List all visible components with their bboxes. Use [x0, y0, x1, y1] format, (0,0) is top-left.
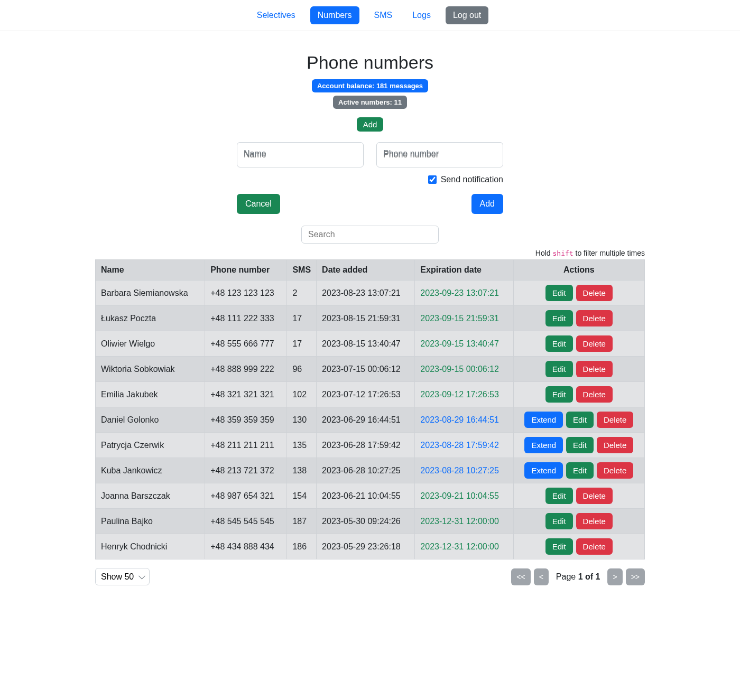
cell-actions: EditDelete: [513, 509, 644, 534]
extend-button[interactable]: Extend: [524, 437, 563, 453]
cell-name: Paulina Bajko: [96, 509, 205, 534]
col-phone[interactable]: Phone number: [205, 260, 287, 281]
main-content: Phone numbers Account balance: 181 messa…: [85, 31, 655, 601]
nav-sms[interactable]: SMS: [369, 6, 398, 24]
col-name[interactable]: Name: [96, 260, 205, 281]
table-body: Barbara Siemianowska+48 123 123 12322023…: [96, 281, 645, 559]
cell-date-added: 2023-05-29 23:26:18: [317, 534, 415, 559]
filter-hint: Hold shift to filter multiple times: [95, 249, 645, 257]
pager-value: 1 of 1: [578, 572, 600, 581]
cell-sms: 138: [287, 458, 317, 483]
edit-button[interactable]: Edit: [545, 285, 573, 301]
hint-suffix: to filter multiple times: [574, 249, 645, 257]
table-footer: Show 50 << < Page 1 of 1 > >>: [95, 568, 645, 585]
cell-phone: +48 987 654 321: [205, 483, 287, 509]
hint-code: shift: [552, 249, 573, 257]
cell-sms: 154: [287, 483, 317, 509]
cell-expiration: 2023-12-31 12:00:00: [415, 509, 513, 534]
cancel-button[interactable]: Cancel: [237, 194, 280, 214]
cell-date-added: 2023-08-15 13:40:47: [317, 331, 415, 357]
cell-date-added: 2023-06-29 16:44:51: [317, 407, 415, 433]
pager-first[interactable]: <<: [511, 568, 530, 585]
nav-logs[interactable]: Logs: [407, 6, 436, 24]
cell-name: Barbara Siemianowska: [96, 281, 205, 306]
pager-prev[interactable]: <: [534, 568, 549, 585]
name-input[interactable]: [237, 142, 364, 167]
cell-phone: +48 213 721 372: [205, 458, 287, 483]
checkbox-row: Send notification: [237, 175, 503, 184]
add-toggle-button[interactable]: Add: [357, 117, 384, 132]
nav-selectives[interactable]: Selectives: [252, 6, 301, 24]
delete-button[interactable]: Delete: [576, 285, 613, 301]
delete-button[interactable]: Delete: [576, 335, 613, 352]
delete-button[interactable]: Delete: [576, 513, 613, 529]
navbar: Selectives Numbers SMS Logs Log out: [0, 0, 740, 31]
cell-phone: +48 321 321 321: [205, 382, 287, 407]
phone-field-wrap: Phone number: [376, 142, 503, 167]
cell-date-added: 2023-08-15 21:59:31: [317, 306, 415, 331]
pager-next[interactable]: >: [607, 568, 622, 585]
cell-name: Łukasz Poczta: [96, 306, 205, 331]
table-row: Paulina Bajko+48 545 545 5451872023-05-3…: [96, 509, 645, 534]
cell-name: Kuba Jankowicz: [96, 458, 205, 483]
cell-phone: +48 555 666 777: [205, 331, 287, 357]
cell-expiration: 2023-09-12 17:26:53: [415, 382, 513, 407]
edit-button[interactable]: Edit: [566, 462, 594, 479]
search-input[interactable]: [301, 226, 439, 244]
delete-button[interactable]: Delete: [576, 361, 613, 377]
cell-actions: ExtendEditDelete: [513, 407, 644, 433]
table-row: Kuba Jankowicz+48 213 721 3721382023-06-…: [96, 458, 645, 483]
table-row: Daniel Golonko+48 359 359 3591302023-06-…: [96, 407, 645, 433]
cell-sms: 17: [287, 331, 317, 357]
cell-expiration: 2023-09-15 21:59:31: [415, 306, 513, 331]
cell-date-added: 2023-06-28 17:59:42: [317, 433, 415, 458]
edit-button[interactable]: Edit: [545, 538, 573, 555]
extend-button[interactable]: Extend: [524, 462, 563, 479]
delete-button[interactable]: Delete: [576, 538, 613, 555]
cell-sms: 135: [287, 433, 317, 458]
cell-name: Emilia Jakubek: [96, 382, 205, 407]
cell-actions: EditDelete: [513, 483, 644, 509]
delete-button[interactable]: Delete: [597, 437, 633, 453]
pager-text: Page 1 of 1: [556, 572, 600, 582]
send-notification-label: Send notification: [441, 175, 503, 184]
extend-button[interactable]: Extend: [524, 412, 563, 428]
cell-actions: EditDelete: [513, 306, 644, 331]
delete-button[interactable]: Delete: [597, 462, 633, 479]
col-date-added[interactable]: Date added: [317, 260, 415, 281]
add-button[interactable]: Add: [471, 194, 503, 214]
send-notification-checkbox[interactable]: [428, 175, 437, 184]
cell-sms: 96: [287, 357, 317, 382]
delete-button[interactable]: Delete: [576, 310, 613, 326]
table-row: Oliwier Wielgo+48 555 666 777172023-08-1…: [96, 331, 645, 357]
cell-name: Oliwier Wielgo: [96, 331, 205, 357]
delete-button[interactable]: Delete: [576, 488, 613, 504]
cell-actions: EditDelete: [513, 534, 644, 559]
cell-phone: +48 359 359 359: [205, 407, 287, 433]
edit-button[interactable]: Edit: [545, 386, 573, 403]
edit-button[interactable]: Edit: [566, 412, 594, 428]
edit-button[interactable]: Edit: [545, 335, 573, 352]
show-select[interactable]: Show 50: [95, 568, 150, 585]
logout-button[interactable]: Log out: [446, 6, 488, 24]
hint-prefix: Hold: [535, 249, 553, 257]
delete-button[interactable]: Delete: [597, 412, 633, 428]
cell-name: Wiktoria Sobkowiak: [96, 357, 205, 382]
col-expiration[interactable]: Expiration date: [415, 260, 513, 281]
balance-badge: Account balance: 181 messages: [312, 79, 428, 92]
delete-button[interactable]: Delete: [576, 386, 613, 403]
edit-button[interactable]: Edit: [545, 361, 573, 377]
edit-button[interactable]: Edit: [545, 513, 573, 529]
phone-input[interactable]: [376, 142, 503, 167]
cell-sms: 102: [287, 382, 317, 407]
edit-button[interactable]: Edit: [545, 488, 573, 504]
cell-expiration: 2023-09-21 10:04:55: [415, 483, 513, 509]
name-field-wrap: Name: [237, 142, 364, 167]
pager-last[interactable]: >>: [626, 568, 645, 585]
edit-button[interactable]: Edit: [566, 437, 594, 453]
edit-button[interactable]: Edit: [545, 310, 573, 326]
cell-name: Patrycja Czerwik: [96, 433, 205, 458]
nav-numbers[interactable]: Numbers: [310, 6, 359, 24]
col-actions: Actions: [513, 260, 644, 281]
col-sms[interactable]: SMS: [287, 260, 317, 281]
